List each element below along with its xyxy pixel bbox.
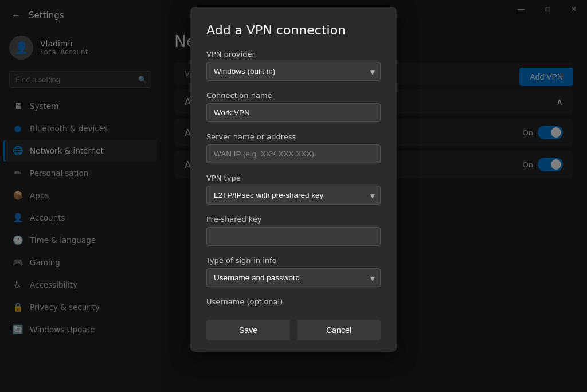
- preshared-key-input[interactable]: [206, 227, 381, 246]
- vpn-type-select-wrapper: L2TP/IPsec with pre-shared key Automatic…: [206, 186, 381, 205]
- vpn-provider-select[interactable]: Windows (built-in): [206, 62, 381, 81]
- add-vpn-modal: Add a VPN connection VPN provider Window…: [190, 7, 397, 352]
- vpn-provider-label: VPN provider: [206, 50, 381, 58]
- signin-select-wrapper: Username and password Certificate Smart …: [206, 268, 381, 287]
- connection-name-label: Connection name: [206, 91, 381, 100]
- preshared-key-label: Pre-shared key: [206, 215, 381, 224]
- server-input[interactable]: [206, 144, 381, 163]
- username-label: Username (optional): [206, 297, 381, 306]
- cancel-button[interactable]: Cancel: [297, 320, 381, 340]
- signin-group: Type of sign-in info Username and passwo…: [206, 256, 381, 287]
- username-group: Username (optional): [206, 297, 381, 306]
- preshared-key-group: Pre-shared key: [206, 215, 381, 246]
- server-address-group: Server name or address: [206, 132, 381, 163]
- signin-label: Type of sign-in info: [206, 256, 381, 265]
- vpn-type-select[interactable]: L2TP/IPsec with pre-shared key Automatic…: [206, 186, 381, 205]
- server-label: Server name or address: [206, 132, 381, 141]
- vpn-provider-group: VPN provider Windows (built-in): [206, 50, 381, 81]
- vpn-provider-select-wrapper: Windows (built-in): [206, 62, 381, 81]
- vpn-type-label: VPN type: [206, 174, 381, 182]
- modal-overlay: Add a VPN connection VPN provider Window…: [0, 0, 587, 392]
- connection-name-input[interactable]: [206, 103, 381, 122]
- vpn-type-group: VPN type L2TP/IPsec with pre-shared key …: [206, 174, 381, 205]
- save-button[interactable]: Save: [206, 320, 290, 340]
- modal-title: Add a VPN connection: [206, 23, 381, 37]
- signin-select[interactable]: Username and password Certificate Smart …: [206, 268, 381, 287]
- connection-name-group: Connection name: [206, 91, 381, 122]
- modal-footer: Save Cancel: [206, 320, 381, 340]
